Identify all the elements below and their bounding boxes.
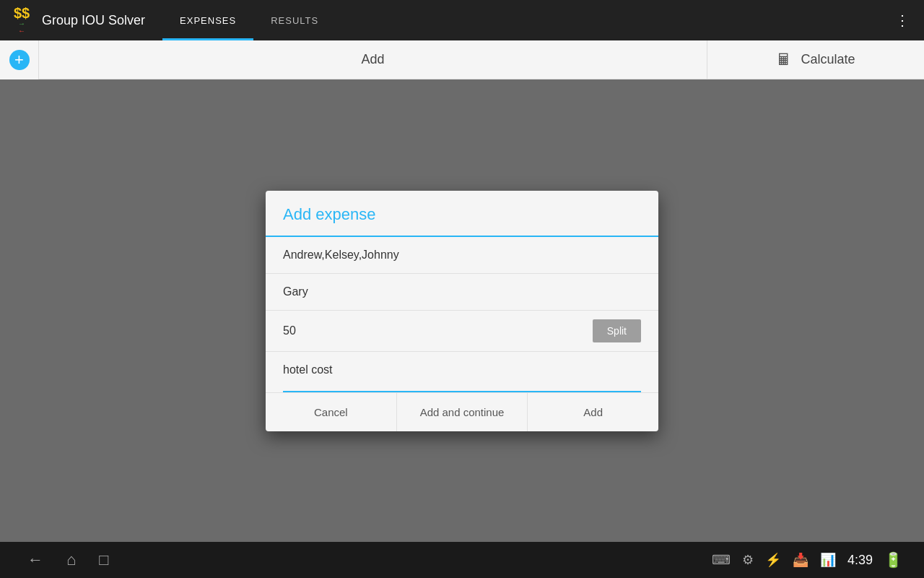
add-circle-icon: + (9, 50, 30, 70)
split-button[interactable]: Split (593, 319, 641, 342)
home-nav-icon[interactable]: ⌂ (61, 545, 82, 575)
dialog-body: Split (266, 237, 658, 392)
keyboard-icon[interactable]: ⌨ (712, 552, 731, 568)
app-title: Group IOU Solver (42, 13, 145, 28)
recents-nav-icon[interactable]: □ (93, 545, 114, 575)
calculate-button[interactable]: 🖩 Calculate (707, 40, 924, 79)
description-field (266, 352, 658, 391)
screenshot-icon[interactable]: 📥 (793, 552, 808, 568)
dialog-header: Add expense (266, 191, 658, 237)
usb-icon: ⚡ (765, 552, 781, 568)
participants-field (266, 237, 658, 274)
battery-status-icon: 📊 (820, 552, 836, 568)
cancel-button[interactable]: Cancel (266, 393, 397, 431)
add-button-dialog[interactable]: Add (528, 393, 658, 431)
settings-icon[interactable]: ⚙ (742, 552, 754, 568)
participants-input[interactable] (283, 246, 641, 264)
add-expense-dialog: Add expense Split (266, 191, 658, 431)
dialog-actions: Cancel Add and continue Add (266, 392, 658, 431)
toolbar-add-label: Add (361, 52, 384, 67)
bottom-bar: ← ⌂ □ ⌨ ⚙ ⚡ 📥 📊 4:39 🔋 (0, 542, 924, 578)
payer-field (266, 274, 658, 311)
app-icon: $$ → ← (9, 7, 35, 33)
dialog-title: Add expense (283, 205, 375, 223)
amount-input[interactable] (283, 322, 587, 340)
tab-expenses[interactable]: EXPENSES (162, 0, 253, 40)
add-button[interactable]: + (0, 40, 39, 79)
calculator-icon: 🖩 (776, 51, 792, 69)
back-nav-icon[interactable]: ← (22, 545, 49, 575)
app-bar: $$ → ← Group IOU Solver EXPENSES RESULTS… (0, 0, 924, 40)
toolbar: + Add 🖩 Calculate (0, 40, 924, 79)
toolbar-center: Add (39, 52, 707, 67)
amount-field: Split (266, 311, 658, 352)
tab-bar: EXPENSES RESULTS (162, 0, 889, 40)
add-and-continue-button[interactable]: Add and continue (397, 393, 528, 431)
description-input[interactable] (283, 361, 641, 379)
payer-input[interactable] (283, 282, 641, 301)
arrow-left-icon: ← (18, 27, 25, 35)
dialog-overlay: Add expense Split (0, 79, 924, 542)
calculate-label: Calculate (801, 52, 855, 67)
time-display: 4:39 (847, 553, 873, 568)
tab-results[interactable]: RESULTS (253, 0, 336, 40)
battery-icon: 🔋 (884, 551, 902, 569)
main-content: Add expense Split (0, 79, 924, 542)
more-options-icon[interactable]: ⋮ (889, 6, 915, 35)
dollar-icon: $$ (14, 6, 30, 20)
